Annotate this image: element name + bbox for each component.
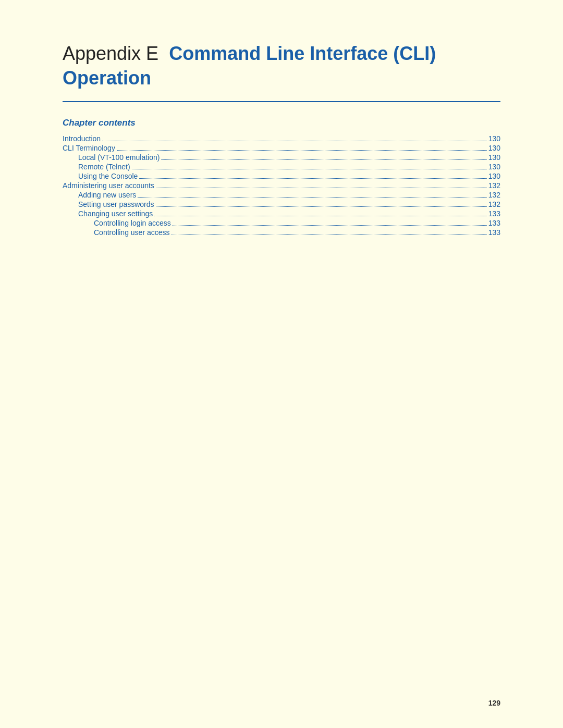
toc-page: 130 bbox=[488, 172, 500, 180]
toc-dots bbox=[117, 150, 487, 151]
toc-label: Using the Console bbox=[78, 172, 138, 180]
toc-dots bbox=[172, 235, 487, 235]
toc-item[interactable]: Local (VT-100 emulation)130 bbox=[63, 153, 500, 162]
chapter-contents-section: Chapter contents Introduction130CLI Term… bbox=[63, 118, 500, 237]
toc-label: Administering user accounts bbox=[63, 181, 154, 190]
chapter-contents-title: Chapter contents bbox=[63, 118, 500, 128]
chapter-title: Appendix E Command Line Interface (CLI) … bbox=[63, 42, 500, 91]
toc-page: 132 bbox=[488, 200, 500, 208]
toc-label: Introduction bbox=[63, 134, 101, 143]
page-container: Appendix E Command Line Interface (CLI) … bbox=[0, 0, 563, 728]
toc-list: Introduction130CLI Terminology130Local (… bbox=[63, 134, 500, 237]
toc-dots bbox=[156, 188, 487, 188]
toc-dots bbox=[156, 206, 487, 207]
page-number: 129 bbox=[488, 699, 500, 707]
toc-label: Remote (Telnet) bbox=[78, 163, 130, 171]
toc-item[interactable]: Changing user settings133 bbox=[63, 209, 500, 218]
chapter-header: Appendix E Command Line Interface (CLI) … bbox=[63, 42, 500, 91]
toc-label: Local (VT-100 emulation) bbox=[78, 153, 160, 162]
toc-page: 130 bbox=[488, 163, 500, 171]
toc-label: Controlling user access bbox=[94, 228, 170, 237]
toc-item[interactable]: Adding new users132 bbox=[63, 191, 500, 199]
toc-page: 130 bbox=[488, 134, 500, 143]
toc-item[interactable]: Controlling login access133 bbox=[63, 219, 500, 227]
toc-dots bbox=[161, 159, 486, 160]
header-rule bbox=[63, 101, 500, 102]
toc-dots bbox=[139, 178, 486, 179]
toc-page: 133 bbox=[488, 219, 500, 227]
toc-item[interactable]: Using the Console130 bbox=[63, 172, 500, 180]
toc-item[interactable]: CLI Terminology130 bbox=[63, 144, 500, 152]
toc-page: 132 bbox=[488, 181, 500, 190]
toc-item[interactable]: Introduction130 bbox=[63, 134, 500, 143]
toc-page: 133 bbox=[488, 228, 500, 237]
toc-dots bbox=[138, 197, 486, 198]
toc-page: 133 bbox=[488, 209, 500, 218]
toc-item[interactable]: Administering user accounts132 bbox=[63, 181, 500, 190]
toc-label: Controlling login access bbox=[94, 219, 171, 227]
toc-label: CLI Terminology bbox=[63, 144, 115, 152]
toc-item[interactable]: Setting user passwords132 bbox=[63, 200, 500, 208]
toc-dots bbox=[132, 169, 487, 169]
toc-page: 132 bbox=[488, 191, 500, 199]
toc-item[interactable]: Controlling user access133 bbox=[63, 228, 500, 237]
toc-dots bbox=[173, 225, 487, 226]
toc-label: Changing user settings bbox=[78, 209, 153, 218]
toc-dots bbox=[102, 141, 486, 141]
toc-item[interactable]: Remote (Telnet)130 bbox=[63, 163, 500, 171]
toc-page: 130 bbox=[488, 144, 500, 152]
toc-dots bbox=[154, 216, 486, 216]
toc-label: Adding new users bbox=[78, 191, 136, 199]
chapter-prefix: Appendix E bbox=[63, 43, 158, 64]
toc-label: Setting user passwords bbox=[78, 200, 154, 208]
toc-page: 130 bbox=[488, 153, 500, 162]
